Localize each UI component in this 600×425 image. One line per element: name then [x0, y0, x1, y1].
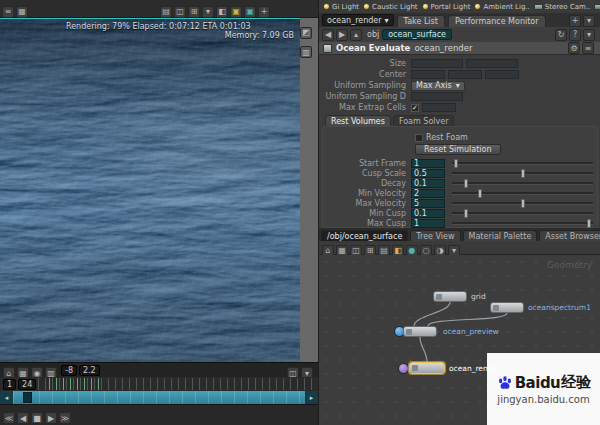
shelf-tab-take-list[interactable]: Take List: [397, 15, 445, 27]
help-icon[interactable]: ?: [569, 29, 581, 41]
desktop-dropdown[interactable]: ocean_render ▾: [322, 14, 394, 26]
slider-handle[interactable]: [587, 219, 591, 228]
stop-icon[interactable]: ■: [31, 412, 43, 424]
max-extrap-checkbox[interactable]: ✓: [411, 104, 419, 112]
node-oceanspectrum1-label[interactable]: oceanspectrum1: [528, 303, 591, 312]
shelf-tool-portal-light[interactable]: Portal Light: [422, 3, 471, 11]
node-ocean-preview-label[interactable]: ocean_preview: [443, 327, 499, 336]
cusp-scale-slider[interactable]: [452, 172, 593, 175]
panel-icon[interactable]: ▤: [160, 6, 172, 18]
shelf-tab-performance-monitor[interactable]: Performance Monitor: [448, 15, 546, 27]
playbar-right-arrow[interactable]: ▸: [305, 391, 318, 404]
rest-foam-checkbox[interactable]: [415, 134, 423, 142]
min-velocity-slider[interactable]: [452, 192, 593, 195]
gamma-field[interactable]: 2.2: [79, 365, 100, 376]
node-ocean-preview[interactable]: [403, 326, 437, 337]
tab-rest-volumes[interactable]: Rest Volumes: [325, 115, 391, 126]
frame-end-field[interactable]: 24: [18, 379, 36, 390]
half-view-icon[interactable]: ◧: [216, 6, 228, 18]
slider-handle[interactable]: [464, 179, 468, 188]
sampling-divs-field[interactable]: [411, 92, 463, 101]
split-view-icon[interactable]: ◫: [174, 6, 186, 18]
param-node-name[interactable]: ocean_render: [414, 43, 472, 53]
transport-icons: ≪◀■▶≫: [3, 406, 73, 425]
min-cusp-slider[interactable]: [452, 212, 593, 215]
param-label: Size: [319, 59, 411, 68]
jump-end-icon[interactable]: ≫: [59, 412, 71, 424]
cusp-scale-field[interactable]: 0.5: [411, 169, 445, 178]
forward-icon[interactable]: ▶: [336, 29, 348, 41]
flipbook-icon[interactable]: ▣: [244, 6, 256, 18]
shelf-menu-icon[interactable]: ▾: [583, 15, 595, 27]
reset-simulation-button[interactable]: Reset Simulation: [415, 144, 501, 155]
view-mode-icon[interactable]: ◩: [300, 27, 312, 39]
slider-handle[interactable]: [521, 199, 525, 208]
start-frame-field[interactable]: 1: [411, 159, 445, 168]
shelf-tool-ambient-light[interactable]: Ambient Lig..: [474, 3, 529, 11]
grid-toggle-icon[interactable]: ▥: [300, 46, 312, 58]
max-extrap-field[interactable]: [422, 103, 456, 112]
render-viewport[interactable]: Rendering: 79% Elapsed: 0:07:12 ETA 0:01…: [0, 18, 300, 362]
min-cusp-field[interactable]: 0.1: [411, 209, 445, 218]
jump-start-icon[interactable]: ≪: [3, 412, 15, 424]
param-label: Min Velocity: [319, 189, 411, 198]
timeline-ruler[interactable]: 1 24: [0, 377, 318, 391]
exposure-field[interactable]: -8: [61, 365, 77, 376]
node-grid[interactable]: [433, 291, 467, 302]
menu-icon[interactable]: ≡: [2, 6, 14, 18]
current-frame-marker[interactable]: [23, 392, 32, 403]
tab-foam-solver[interactable]: Foam Solver: [393, 115, 455, 126]
decay-field[interactable]: 0.1: [411, 179, 445, 188]
max-velocity-field[interactable]: 5: [411, 199, 445, 208]
node-oceanspectrum1[interactable]: [490, 302, 524, 313]
tab-asset-browser[interactable]: Asset Browser: [539, 230, 600, 241]
layout-icon[interactable]: ▦: [16, 6, 28, 18]
param-menu-icon[interactable]: ≡: [582, 42, 594, 54]
shelf-tool-caustic-light[interactable]: Caustic Light: [363, 3, 418, 11]
ruler-ticks[interactable]: [38, 378, 315, 390]
param-row-rest-foam: Rest Foam: [415, 132, 600, 143]
add-pane-icon[interactable]: ⊞: [188, 6, 200, 18]
node-grid-label[interactable]: grid: [471, 292, 486, 301]
render-flag-badge[interactable]: [398, 363, 409, 374]
playbar-range[interactable]: [13, 391, 305, 404]
gear-icon[interactable]: ⚙: [568, 42, 580, 54]
play-reverse-icon[interactable]: ◀: [17, 412, 29, 424]
up-level-icon[interactable]: ▴: [350, 29, 362, 41]
size-x-field[interactable]: [411, 59, 463, 68]
frame-start-field[interactable]: 1: [3, 379, 16, 390]
param-label: Min Cusp: [319, 209, 411, 218]
max-cusp-field[interactable]: 1: [411, 219, 445, 228]
min-velocity-field[interactable]: 2: [411, 189, 445, 198]
shelf-tool-gi-light[interactable]: Gi Light: [323, 3, 359, 11]
center-x-field[interactable]: [411, 70, 445, 79]
topbar-colored-icons: ▣▣+: [230, 0, 272, 18]
path-node-chip[interactable]: ocean_surface: [382, 29, 452, 40]
start-frame-slider[interactable]: [452, 162, 593, 165]
param-header-icons: ⚙≡: [568, 42, 596, 54]
back-icon[interactable]: ◀: [322, 29, 334, 41]
snapshot-icon[interactable]: ▣: [230, 6, 242, 18]
node-ocean-render[interactable]: [409, 362, 445, 374]
slider-handle[interactable]: [464, 209, 468, 218]
uniform-sampling-dropdown[interactable]: Max Axis ▾: [411, 81, 465, 91]
pane-dropdown-icon[interactable]: ▾: [202, 6, 214, 18]
slider-handle[interactable]: [454, 159, 458, 168]
playbar-left-arrow[interactable]: ◂: [0, 391, 13, 404]
play-icon[interactable]: ▶: [45, 412, 57, 424]
slider-handle[interactable]: [478, 189, 482, 198]
add-shelf-icon[interactable]: +: [569, 15, 581, 27]
tab-material-palette[interactable]: Material Palette: [463, 230, 538, 241]
decay-slider[interactable]: [452, 182, 593, 185]
pane-menu-icon[interactable]: ▾: [583, 29, 595, 41]
slider-handle[interactable]: [521, 169, 525, 178]
center-y-field[interactable]: [448, 70, 482, 79]
max-velocity-slider[interactable]: [452, 202, 593, 205]
path-context[interactable]: obj: [367, 30, 379, 39]
size-y-field[interactable]: [466, 59, 518, 68]
refresh-icon[interactable]: ↻: [555, 29, 567, 41]
max-cusp-slider[interactable]: [452, 222, 593, 225]
add-icon[interactable]: +: [258, 6, 270, 18]
center-z-field[interactable]: [485, 70, 519, 79]
playbar[interactable]: ◂ ▸: [0, 391, 318, 404]
